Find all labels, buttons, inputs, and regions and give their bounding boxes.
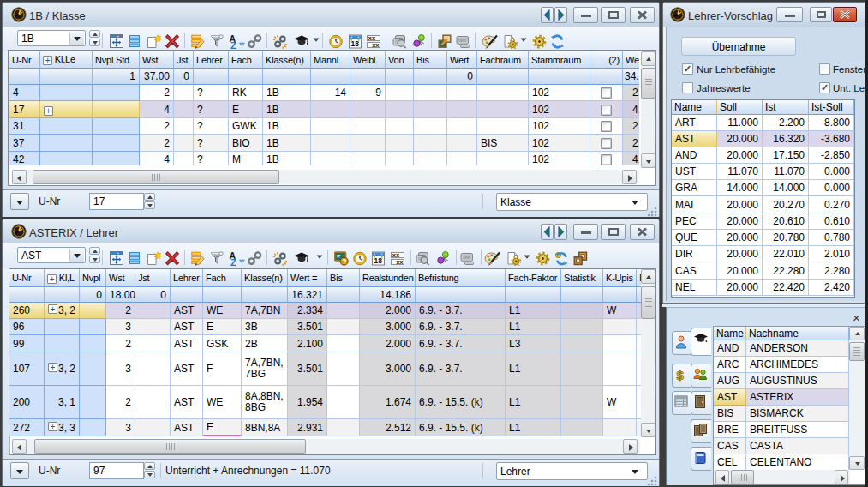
svg-text:xx: xx xyxy=(372,41,380,49)
svg-text:$: $ xyxy=(677,368,685,382)
svg-text:xx: xx xyxy=(396,258,404,266)
svg-text:Z: Z xyxy=(230,40,236,49)
svg-text:18: 18 xyxy=(374,256,383,265)
svg-text:18: 18 xyxy=(351,39,360,48)
svg-text:Z: Z xyxy=(230,257,236,266)
svg-text:?: ? xyxy=(342,257,346,266)
